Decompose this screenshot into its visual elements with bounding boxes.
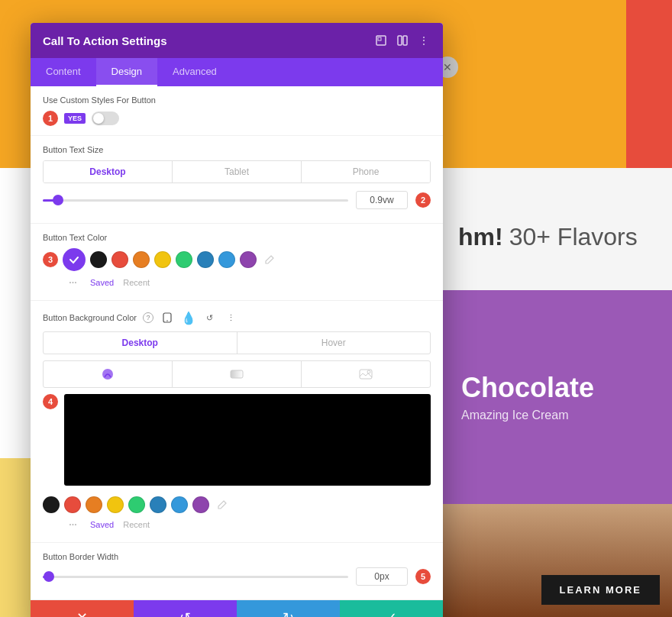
recent-label[interactable]: Recent: [123, 278, 150, 287]
custom-styles-toggle[interactable]: [92, 111, 119, 125]
bg-swatch-black[interactable]: [43, 496, 60, 513]
bg-color-header: Button Background Color ? 💧 ↺ ⋮: [43, 310, 431, 325]
mobile-icon[interactable]: [160, 310, 175, 325]
swatch-blue[interactable]: [218, 251, 235, 268]
bg-swatch-blue[interactable]: [171, 496, 188, 513]
image-tab[interactable]: [302, 361, 430, 387]
edit-color-icon[interactable]: [261, 251, 278, 268]
device-tab-tablet[interactable]: Tablet: [173, 161, 302, 183]
badge-5: 5: [415, 569, 431, 584]
bg-saved-recent-row: ··· Saved Recent: [43, 516, 431, 533]
text-size-slider-track[interactable]: [43, 199, 348, 202]
cancel-icon: ✕: [76, 609, 88, 617]
svg-rect-1: [378, 37, 381, 40]
modal-header: Call To Action Settings ⋮: [31, 23, 443, 58]
toggle-yes-label: YES: [64, 113, 86, 124]
edit-bg-color-icon[interactable]: [214, 496, 231, 513]
color-picker-black[interactable]: [64, 394, 431, 486]
split-view-icon[interactable]: [396, 34, 409, 47]
gradient-tab[interactable]: [173, 361, 302, 387]
reset-icon: ↺: [179, 609, 191, 617]
toggle-row: 1 YES: [43, 111, 431, 126]
reset-button[interactable]: ↺: [134, 600, 237, 617]
text-color-label: Button Text Color: [43, 233, 431, 242]
bg-saved-label[interactable]: Saved: [90, 520, 114, 529]
custom-styles-label: Use Custom Styles For Button: [43, 95, 431, 105]
bg-swatch-purple[interactable]: [192, 496, 209, 513]
saved-recent-row: ··· Saved Recent: [43, 274, 431, 291]
eyedropper-icon[interactable]: 💧: [181, 310, 196, 325]
bg-flavors-text: 30+ Flavors: [509, 223, 638, 251]
saved-label[interactable]: Saved: [90, 278, 114, 287]
save-button[interactable]: ✓: [340, 600, 443, 617]
tab-content[interactable]: Content: [31, 58, 96, 86]
more-options-icon[interactable]: ⋮: [417, 34, 431, 47]
border-value[interactable]: 0px: [356, 567, 408, 586]
swatch-green[interactable]: [176, 251, 192, 268]
reset-bg-icon[interactable]: ↺: [202, 310, 218, 325]
border-width-label: Button Border Width: [43, 552, 431, 561]
text-size-slider-row: 0.9vw 2: [43, 191, 431, 209]
svg-point-9: [367, 370, 370, 373]
text-size-slider-thumb[interactable]: [53, 195, 63, 205]
bg-purple-section: Chocolate Amazing Ice Cream: [443, 290, 672, 504]
swatch-red[interactable]: [111, 251, 128, 268]
border-slider-thumb[interactable]: [44, 571, 54, 582]
bg-red-strip: [626, 0, 672, 168]
dh-tab-desktop[interactable]: Desktop: [44, 332, 237, 354]
cancel-button[interactable]: ✕: [31, 600, 134, 617]
bg-picker-area: 4: [43, 394, 431, 493]
svg-rect-2: [398, 36, 402, 45]
more-colors-dots[interactable]: ···: [64, 274, 81, 291]
badge-2: 2: [415, 192, 431, 208]
tab-design[interactable]: Design: [96, 58, 157, 86]
swatch-yellow[interactable]: [154, 251, 171, 268]
bg-swatch-orange[interactable]: [86, 496, 102, 513]
color-fill-tab[interactable]: [44, 361, 173, 387]
device-tab-desktop[interactable]: Desktop: [44, 161, 173, 183]
border-slider-track[interactable]: [43, 576, 348, 578]
bg-swatch-blue-dark[interactable]: [150, 496, 166, 513]
redo-icon: ↻: [283, 609, 294, 617]
bg-icecream-subtitle: Amazing Ice Cream: [461, 409, 672, 422]
redo-button[interactable]: ↻: [237, 600, 340, 617]
fullscreen-icon[interactable]: [374, 34, 388, 47]
settings-modal: Call To Action Settings ⋮ Content Design…: [31, 23, 443, 617]
tab-bar: Content Design Advanced: [31, 58, 443, 86]
bg-swatch-green[interactable]: [128, 496, 145, 513]
device-tabs: Desktop Tablet Phone: [43, 160, 431, 183]
image-type-tabs: [43, 360, 431, 388]
bg-icecream-section: LEARN MORE: [443, 504, 672, 617]
text-size-value[interactable]: 0.9vw: [356, 191, 408, 209]
help-icon[interactable]: ?: [143, 312, 153, 323]
custom-styles-section: Use Custom Styles For Button 1 YES: [31, 86, 443, 136]
bg-chocolate-title: Chocolate: [461, 372, 672, 404]
bg-more-dots[interactable]: ···: [64, 516, 81, 533]
bg-learn-more-button: LEARN MORE: [541, 575, 660, 605]
swatch-orange[interactable]: [133, 251, 150, 268]
save-icon: ✓: [386, 609, 397, 617]
bg-recent-label[interactable]: Recent: [123, 520, 150, 529]
text-color-swatches: 3: [43, 248, 431, 271]
bg-color-section: Button Background Color ? 💧 ↺ ⋮ Desktop …: [31, 301, 443, 543]
svg-rect-7: [231, 370, 243, 378]
bg-color-label: Button Background Color: [43, 313, 137, 322]
more-bg-options[interactable]: ⋮: [224, 310, 239, 325]
swatch-black[interactable]: [90, 251, 107, 268]
text-size-section: Button Text Size Desktop Tablet Phone 0.…: [31, 136, 443, 224]
desktop-hover-tabs: Desktop Hover: [43, 331, 431, 354]
swatch-blue-dark[interactable]: [197, 251, 214, 268]
bg-hmm-text: hm!: [458, 223, 503, 251]
modal-title: Call To Action Settings: [43, 34, 167, 47]
bg-color-swatches: [43, 496, 431, 513]
modal-body: Use Custom Styles For Button 1 YES Butto…: [31, 86, 443, 600]
dh-tab-hover[interactable]: Hover: [237, 332, 431, 354]
swatch-purple[interactable]: [240, 251, 257, 268]
header-icons: ⋮: [374, 34, 431, 47]
action-bar: ✕ ↺ ↻ ✓: [31, 600, 443, 617]
device-tab-phone[interactable]: Phone: [302, 161, 430, 183]
bg-swatch-yellow[interactable]: [107, 496, 124, 513]
bg-swatch-red[interactable]: [64, 496, 81, 513]
tab-advanced[interactable]: Advanced: [157, 58, 232, 86]
active-color-indicator[interactable]: [63, 248, 86, 271]
